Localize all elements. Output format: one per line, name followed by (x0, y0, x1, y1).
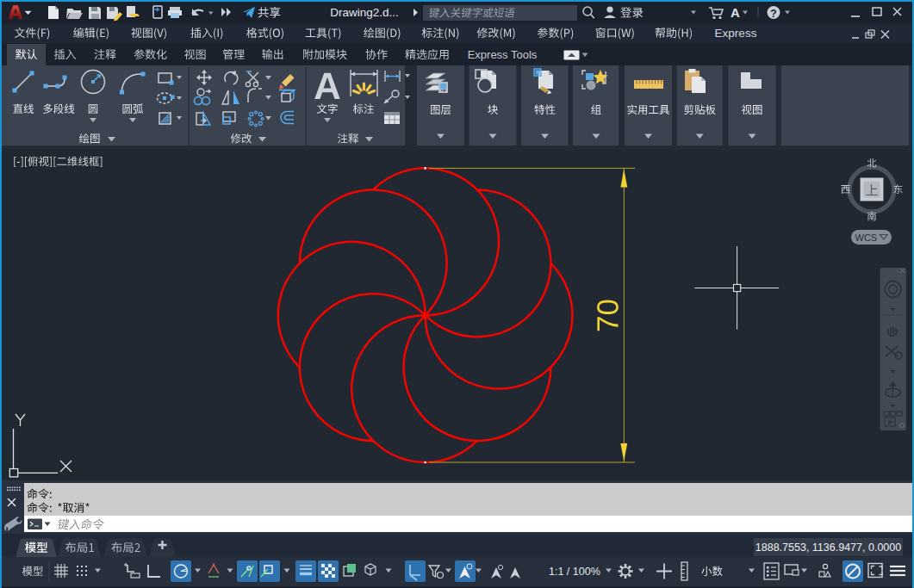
svg-text:Drawing2.d...: Drawing2.d... (330, 6, 399, 19)
svg-text:?: ? (770, 8, 776, 20)
svg-text:Express Tools: Express Tools (468, 48, 538, 61)
svg-text:A: A (731, 5, 740, 20)
svg-text:1:1 / 100%: 1:1 / 100% (549, 566, 600, 578)
svg-text:WCS: WCS (855, 232, 878, 243)
svg-text:Express: Express (715, 27, 757, 40)
svg-text:1888.7553, 1136.9477, 0.0000: 1888.7553, 1136.9477, 0.0000 (755, 542, 901, 554)
